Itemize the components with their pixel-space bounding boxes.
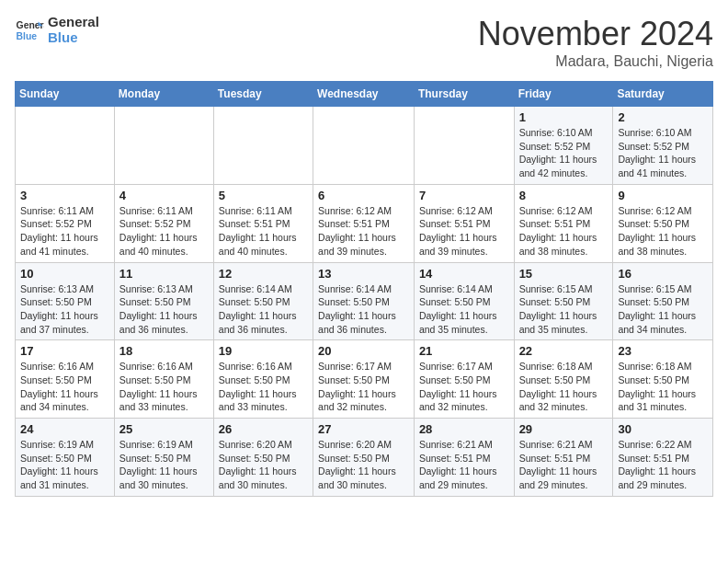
calendar-cell: 8Sunrise: 6:12 AMSunset: 5:51 PMDaylight… <box>514 184 613 262</box>
day-number: 9 <box>618 189 708 202</box>
calendar-week-row: 1Sunrise: 6:10 AMSunset: 5:52 PMDaylight… <box>16 107 713 185</box>
day-number: 15 <box>519 267 609 281</box>
calendar-cell: 2Sunrise: 6:10 AMSunset: 5:52 PMDaylight… <box>613 107 713 185</box>
day-info: Sunrise: 6:18 AMSunset: 5:50 PMDaylight:… <box>618 360 708 414</box>
day-info: Sunrise: 6:21 AMSunset: 5:51 PMDaylight:… <box>519 438 609 492</box>
weekday-header-monday: Monday <box>114 82 213 107</box>
location: Madara, Bauchi, Nigeria <box>478 53 713 70</box>
calendar-cell: 1Sunrise: 6:10 AMSunset: 5:52 PMDaylight… <box>514 107 613 185</box>
day-info: Sunrise: 6:15 AMSunset: 5:50 PMDaylight:… <box>618 282 708 337</box>
day-info: Sunrise: 6:11 AMSunset: 5:52 PMDaylight:… <box>20 204 109 259</box>
day-number: 20 <box>318 344 409 358</box>
calendar-cell: 25Sunrise: 6:19 AMSunset: 5:50 PMDayligh… <box>114 419 213 497</box>
weekday-header-thursday: Thursday <box>414 82 514 107</box>
weekday-header-friday: Friday <box>514 82 613 107</box>
day-info: Sunrise: 6:12 AMSunset: 5:50 PMDaylight:… <box>618 204 708 259</box>
page-header: General Blue General Blue November 2024 … <box>15 15 713 70</box>
weekday-header-sunday: Sunday <box>16 82 115 107</box>
weekday-header-row: SundayMondayTuesdayWednesdayThursdayFrid… <box>16 82 713 107</box>
day-info: Sunrise: 6:14 AMSunset: 5:50 PMDaylight:… <box>318 282 409 337</box>
calendar-cell: 13Sunrise: 6:14 AMSunset: 5:50 PMDayligh… <box>313 262 415 340</box>
calendar-table: SundayMondayTuesdayWednesdayThursdayFrid… <box>15 81 713 497</box>
calendar-cell: 22Sunrise: 6:18 AMSunset: 5:50 PMDayligh… <box>514 340 613 419</box>
title-block: November 2024 Madara, Bauchi, Nigeria <box>478 15 713 70</box>
day-info: Sunrise: 6:14 AMSunset: 5:50 PMDaylight:… <box>219 282 308 337</box>
logo: General Blue General Blue <box>15 15 99 45</box>
calendar-cell: 24Sunrise: 6:19 AMSunset: 5:50 PMDayligh… <box>16 419 115 497</box>
calendar-cell: 10Sunrise: 6:13 AMSunset: 5:50 PMDayligh… <box>16 262 115 340</box>
calendar-cell: 30Sunrise: 6:22 AMSunset: 5:51 PMDayligh… <box>613 419 713 497</box>
day-number: 1 <box>519 110 609 124</box>
day-number: 21 <box>419 344 509 358</box>
day-info: Sunrise: 6:22 AMSunset: 5:51 PMDaylight:… <box>618 438 708 492</box>
logo-line1: General <box>48 15 99 30</box>
logo-line2: Blue <box>48 30 99 46</box>
day-info: Sunrise: 6:20 AMSunset: 5:50 PMDaylight:… <box>219 438 308 492</box>
day-info: Sunrise: 6:20 AMSunset: 5:50 PMDaylight:… <box>318 438 409 492</box>
day-number: 8 <box>519 189 609 202</box>
day-info: Sunrise: 6:12 AMSunset: 5:51 PMDaylight:… <box>419 204 509 259</box>
calendar-cell: 21Sunrise: 6:17 AMSunset: 5:50 PMDayligh… <box>414 340 514 419</box>
calendar-cell: 4Sunrise: 6:11 AMSunset: 5:52 PMDaylight… <box>114 184 213 262</box>
calendar-cell: 19Sunrise: 6:16 AMSunset: 5:50 PMDayligh… <box>213 340 313 419</box>
day-number: 26 <box>219 422 308 436</box>
calendar-cell <box>16 107 115 185</box>
day-info: Sunrise: 6:19 AMSunset: 5:50 PMDaylight:… <box>20 438 109 492</box>
calendar-cell <box>114 107 213 185</box>
day-info: Sunrise: 6:16 AMSunset: 5:50 PMDaylight:… <box>20 360 109 414</box>
day-number: 3 <box>20 189 109 202</box>
day-number: 14 <box>419 267 509 281</box>
day-number: 5 <box>219 189 308 202</box>
day-info: Sunrise: 6:13 AMSunset: 5:50 PMDaylight:… <box>119 282 209 337</box>
day-number: 13 <box>318 267 409 281</box>
calendar-body: 1Sunrise: 6:10 AMSunset: 5:52 PMDaylight… <box>16 107 713 497</box>
day-info: Sunrise: 6:17 AMSunset: 5:50 PMDaylight:… <box>318 360 409 414</box>
day-info: Sunrise: 6:16 AMSunset: 5:50 PMDaylight:… <box>119 360 209 414</box>
day-number: 23 <box>618 344 708 358</box>
day-number: 19 <box>219 344 308 358</box>
day-info: Sunrise: 6:14 AMSunset: 5:50 PMDaylight:… <box>419 282 509 337</box>
calendar-cell: 15Sunrise: 6:15 AMSunset: 5:50 PMDayligh… <box>514 262 613 340</box>
day-number: 30 <box>618 422 708 436</box>
svg-text:Blue: Blue <box>17 30 38 40</box>
calendar-cell: 12Sunrise: 6:14 AMSunset: 5:50 PMDayligh… <box>213 262 313 340</box>
day-number: 24 <box>20 422 109 436</box>
calendar-cell: 27Sunrise: 6:20 AMSunset: 5:50 PMDayligh… <box>313 419 415 497</box>
day-info: Sunrise: 6:13 AMSunset: 5:50 PMDaylight:… <box>20 282 109 337</box>
calendar-cell: 14Sunrise: 6:14 AMSunset: 5:50 PMDayligh… <box>414 262 514 340</box>
calendar-week-row: 3Sunrise: 6:11 AMSunset: 5:52 PMDaylight… <box>16 184 713 262</box>
day-number: 27 <box>318 422 409 436</box>
day-info: Sunrise: 6:10 AMSunset: 5:52 PMDaylight:… <box>618 126 708 180</box>
month-title: November 2024 <box>478 15 713 53</box>
calendar-week-row: 10Sunrise: 6:13 AMSunset: 5:50 PMDayligh… <box>16 262 713 340</box>
calendar-cell: 3Sunrise: 6:11 AMSunset: 5:52 PMDaylight… <box>16 184 115 262</box>
calendar-cell: 5Sunrise: 6:11 AMSunset: 5:51 PMDaylight… <box>213 184 313 262</box>
weekday-header-saturday: Saturday <box>613 82 713 107</box>
day-number: 17 <box>20 344 109 358</box>
day-info: Sunrise: 6:11 AMSunset: 5:52 PMDaylight:… <box>119 204 209 259</box>
calendar-header: SundayMondayTuesdayWednesdayThursdayFrid… <box>16 82 713 107</box>
day-info: Sunrise: 6:19 AMSunset: 5:50 PMDaylight:… <box>119 438 209 492</box>
day-info: Sunrise: 6:12 AMSunset: 5:51 PMDaylight:… <box>519 204 609 259</box>
day-number: 28 <box>419 422 509 436</box>
calendar-cell: 29Sunrise: 6:21 AMSunset: 5:51 PMDayligh… <box>514 419 613 497</box>
day-info: Sunrise: 6:11 AMSunset: 5:51 PMDaylight:… <box>219 204 308 259</box>
day-number: 16 <box>618 267 708 281</box>
calendar-cell: 9Sunrise: 6:12 AMSunset: 5:50 PMDaylight… <box>613 184 713 262</box>
calendar-cell: 16Sunrise: 6:15 AMSunset: 5:50 PMDayligh… <box>613 262 713 340</box>
day-number: 7 <box>419 189 509 202</box>
day-info: Sunrise: 6:21 AMSunset: 5:51 PMDaylight:… <box>419 438 509 492</box>
day-number: 22 <box>519 344 609 358</box>
calendar-week-row: 24Sunrise: 6:19 AMSunset: 5:50 PMDayligh… <box>16 419 713 497</box>
calendar-cell: 6Sunrise: 6:12 AMSunset: 5:51 PMDaylight… <box>313 184 415 262</box>
calendar-week-row: 17Sunrise: 6:16 AMSunset: 5:50 PMDayligh… <box>16 340 713 419</box>
day-number: 6 <box>318 189 409 202</box>
weekday-header-wednesday: Wednesday <box>313 82 415 107</box>
weekday-header-tuesday: Tuesday <box>213 82 313 107</box>
day-info: Sunrise: 6:15 AMSunset: 5:50 PMDaylight:… <box>519 282 609 337</box>
calendar-cell: 26Sunrise: 6:20 AMSunset: 5:50 PMDayligh… <box>213 419 313 497</box>
day-number: 2 <box>618 110 708 124</box>
day-number: 4 <box>119 189 209 202</box>
day-info: Sunrise: 6:10 AMSunset: 5:52 PMDaylight:… <box>519 126 609 180</box>
day-info: Sunrise: 6:12 AMSunset: 5:51 PMDaylight:… <box>318 204 409 259</box>
